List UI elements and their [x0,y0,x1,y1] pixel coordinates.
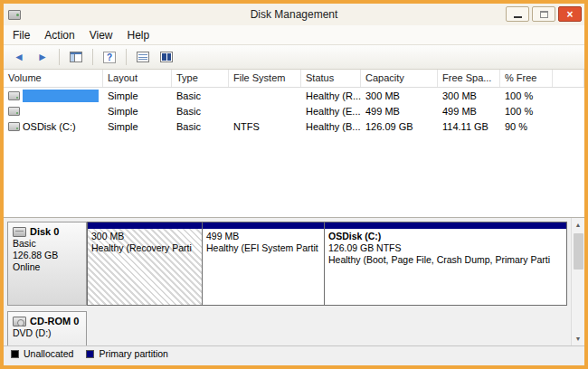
disk-icon [13,227,26,237]
partition-efi-system[interactable]: 499 MB Healthy (EFI System Partit [202,222,325,306]
column-header-capacity[interactable]: Capacity [361,70,438,87]
unallocated-swatch [11,350,19,358]
disk-name: Disk 0 [30,226,59,238]
partition-color-band [325,222,566,229]
disk-management-window: Disk Management × File Action View Help … [0,0,588,369]
volume-status: Healthy (E... [301,106,361,117]
volume-list-header: Volume Layout Type File System Status Ca… [4,70,584,88]
volume-type: Basic [172,90,229,101]
volume-status: Healthy (B... [301,121,361,132]
partition-recovery[interactable]: 300 MB Healthy (Recovery Parti [87,222,203,306]
column-header-layout[interactable]: Layout [103,70,172,87]
graphical-view-icon [160,52,173,62]
volume-status: Healthy (R... [301,90,361,101]
disk-0-block: Disk 0 Basic 126.88 GB Online 300 MB Hea… [7,222,567,306]
menu-item-view[interactable]: View [82,26,120,44]
partition-size: 499 MB [206,231,320,242]
volume-layout: Simple [103,90,172,101]
graphical-view-button[interactable] [156,48,176,67]
console-tree-icon [70,52,82,62]
volume-icon [8,122,20,131]
volume-row[interactable]: Simple Basic Healthy (R... 300 MB 300 MB… [4,88,584,103]
graphical-view-pane: Disk 0 Basic 126.88 GB Online 300 MB Hea… [4,218,584,345]
cdrom-type: DVD (D:) [13,327,81,339]
partition-color-band [203,222,324,229]
partition-osdisk-c[interactable]: OSDisk (C:) 126.09 GB NTFS Healthy (Boot… [324,222,567,306]
cdrom-0-header[interactable]: CD-ROM 0 DVD (D:) [7,311,87,345]
back-icon: ◄ [14,52,24,62]
partition-color-band [88,222,202,229]
partition-status: Healthy (EFI System Partit [206,242,320,254]
volume-row[interactable]: OSDisk (C:) Simple Basic NTFS Healthy (B… [4,118,584,134]
column-header-volume[interactable]: Volume [4,70,103,87]
volume-pct-free: 100 % [500,90,553,101]
legend-bar: Unallocated Primary partition [4,345,584,361]
primary-partition-swatch [86,350,94,358]
partition-size: 300 MB [91,231,198,242]
toolbar-separator [126,49,127,65]
volume-type: Basic [172,106,229,117]
minimize-button[interactable] [506,6,529,22]
show-console-tree-button[interactable] [66,48,86,67]
volume-layout: Simple [103,106,172,117]
volume-free-space: 114.11 GB [438,121,500,132]
partition-title: OSDisk (C:) [328,231,563,242]
cdrom-name: CD-ROM 0 [30,316,79,327]
toolbar: ◄ ► ? [4,45,584,70]
window-title: Disk Management [4,8,584,21]
volume-capacity: 300 MB [361,90,438,101]
disk-size: 126.88 GB [13,250,81,261]
menubar: File Action View Help [4,25,584,45]
vertical-scrollbar[interactable]: ▲ ▼ [571,218,584,345]
toolbar-separator [59,49,60,65]
titlebar: Disk Management × [4,4,584,25]
disk-type: Basic [13,238,81,250]
partition-status: Healthy (Boot, Page File, Crash Dump, Pr… [328,254,563,266]
disk-0-header[interactable]: Disk 0 Basic 126.88 GB Online [7,222,87,306]
scrollbar-thumb[interactable] [574,233,583,270]
menu-item-file[interactable]: File [5,26,37,44]
column-header-pct-free[interactable]: % Free [500,70,553,87]
disk-list-icon [137,52,149,62]
back-button[interactable]: ◄ [9,48,29,67]
cdrom-0-block: CD-ROM 0 DVD (D:) [7,311,567,345]
legend-unallocated: Unallocated [11,348,73,359]
forward-button[interactable]: ► [33,48,52,67]
maximize-button[interactable] [532,6,555,22]
disk-list-view-button[interactable] [133,48,153,67]
column-header-file-system[interactable]: File System [229,70,301,87]
selection-highlight [23,90,99,102]
partition-size: 126.09 GB NTFS [328,242,563,254]
scroll-down-icon[interactable]: ▼ [572,332,584,345]
help-icon: ? [103,52,116,63]
volume-free-space: 499 MB [438,106,500,117]
volume-row[interactable]: Simple Basic Healthy (E... 499 MB 499 MB… [4,103,584,118]
volume-layout: Simple [103,121,172,132]
volume-file-system: NTFS [229,121,301,132]
column-header-type[interactable]: Type [172,70,229,87]
menu-item-help[interactable]: Help [120,26,157,44]
volume-free-space: 300 MB [438,90,500,101]
legend-label: Unallocated [24,348,73,359]
volume-icon [8,107,20,116]
minimize-icon [514,16,522,18]
partition-status: Healthy (Recovery Parti [91,242,198,254]
close-button[interactable]: × [558,6,582,22]
legend-label: Primary partition [99,348,167,359]
menu-item-action[interactable]: Action [37,26,81,44]
forward-icon: ► [37,52,48,62]
column-header-free-space[interactable]: Free Spa... [438,70,500,87]
toolbar-separator [92,49,93,65]
volume-list-pane: Volume Layout Type File System Status Ca… [4,70,584,218]
volume-name: OSDisk (C:) [23,121,76,132]
cdrom-icon [13,317,26,326]
volume-icon [8,91,20,100]
column-header-status[interactable]: Status [301,70,361,87]
close-icon: × [566,8,573,21]
help-button[interactable]: ? [100,48,119,67]
scroll-up-icon[interactable]: ▲ [572,218,584,232]
volume-type: Basic [172,121,229,132]
legend-primary-partition: Primary partition [86,348,167,359]
volume-capacity: 126.09 GB [361,121,438,132]
column-header-filler [553,70,584,87]
